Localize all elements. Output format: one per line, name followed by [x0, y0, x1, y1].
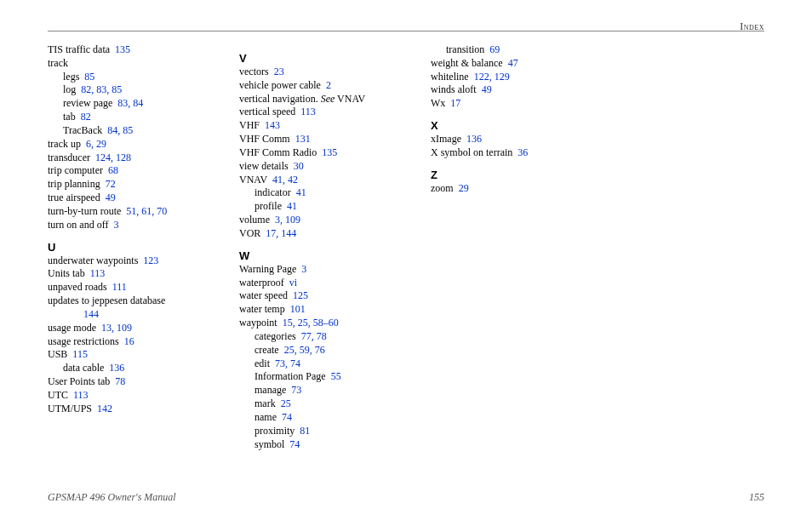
page-reference[interactable]: 74 — [282, 411, 292, 423]
page-reference[interactable]: 29 — [96, 138, 106, 150]
page-reference[interactable]: 55 — [331, 370, 341, 382]
page-reference[interactable]: 49 — [482, 83, 492, 95]
index-entry: proximity 81 — [239, 425, 426, 438]
index-entry: whiteline 122, 129 — [431, 71, 617, 84]
index-entry-text: Information Page — [254, 370, 326, 382]
index-entry-text: trip planning — [48, 178, 100, 190]
page-reference[interactable]: 29 — [459, 182, 469, 194]
page-reference[interactable]: 115 — [72, 348, 88, 360]
index-entry-text: zoom — [431, 182, 454, 194]
page-reference[interactable]: 142 — [97, 403, 112, 415]
see-target: VNAV — [337, 93, 365, 105]
page-reference[interactable]: 16 — [124, 335, 134, 347]
page-reference[interactable]: 41 — [272, 174, 283, 186]
page-reference[interactable]: 47 — [508, 57, 518, 69]
page-reference[interactable]: 74 — [290, 357, 300, 369]
page-reference[interactable]: 78 — [115, 375, 125, 387]
page-reference[interactable]: 144 — [281, 227, 296, 239]
index-entry-text: water temp — [239, 303, 285, 315]
page-reference[interactable]: 135 — [322, 146, 337, 158]
index-entry-text: turn-by-turn route — [48, 205, 121, 217]
page-reference[interactable]: 136 — [466, 133, 482, 145]
page-reference[interactable]: 85 — [84, 71, 94, 83]
index-entry-text: view details — [239, 160, 289, 172]
index-entry: underwater waypoints 123 — [48, 254, 234, 268]
index-entry: transition 69 — [431, 43, 617, 57]
page-reference[interactable]: 36 — [518, 146, 528, 158]
index-entry: water speed 125 — [239, 289, 426, 303]
page-reference[interactable]: 113 — [300, 106, 316, 117]
page-reference[interactable]: 125 — [293, 289, 308, 301]
page-reference[interactable]: 82 — [81, 83, 91, 95]
page-reference[interactable]: 85 — [112, 83, 122, 95]
page-reference[interactable]: 131 — [295, 133, 311, 145]
page-reference[interactable]: 84 — [133, 97, 143, 109]
page-reference[interactable]: 25 — [281, 397, 291, 409]
index-entry: trip computer 68 — [48, 164, 234, 178]
page-reference[interactable]: 25 — [284, 344, 294, 356]
page-reference[interactable]: 129 — [495, 71, 510, 83]
page-reference[interactable]: 83 — [96, 83, 106, 95]
page-reference[interactable]: 128 — [116, 152, 131, 163]
page-reference[interactable]: 144 — [83, 308, 99, 320]
page-reference[interactable]: 58–60 — [313, 317, 339, 329]
page-reference[interactable]: 17 — [266, 227, 276, 239]
page-reference[interactable]: 42 — [288, 174, 298, 186]
page-reference[interactable]: 85 — [123, 124, 133, 136]
index-entry: vertical speed 113 — [239, 106, 426, 119]
page-reference[interactable]: 74 — [289, 438, 300, 450]
page-reference[interactable]: 61 — [141, 205, 152, 217]
page-footer: GPSMAP 496 Owner's Manual 155 — [48, 491, 764, 504]
page-reference[interactable]: 83 — [117, 97, 128, 109]
page-reference[interactable]: 76 — [315, 344, 325, 356]
index-entry-text: usage mode — [48, 322, 96, 334]
page-reference[interactable]: 109 — [117, 322, 132, 334]
index-entry: manage 73 — [239, 384, 426, 397]
page-reference[interactable]: 72 — [106, 178, 116, 190]
page-reference[interactable]: 73 — [275, 357, 285, 369]
page-reference[interactable]: 2 — [326, 79, 331, 91]
page-reference[interactable]: 101 — [290, 303, 306, 315]
page-reference[interactable]: 3 — [113, 219, 118, 231]
index-entry-text: tab — [63, 111, 76, 123]
page-reference[interactable]: 25 — [298, 317, 308, 329]
index-entry-text: vertical speed — [239, 106, 295, 117]
page-reference[interactable]: 82 — [81, 111, 91, 123]
page-reference[interactable]: 70 — [157, 205, 167, 217]
page-reference[interactable]: 124 — [95, 152, 111, 163]
page-reference[interactable]: 49 — [106, 192, 116, 203]
page-reference[interactable]: 3 — [301, 263, 306, 275]
index-entry-text: waterproof — [239, 277, 284, 289]
index-entry-text: User Points tab — [48, 375, 110, 387]
page-reference[interactable]: 41 — [287, 200, 297, 212]
page-reference[interactable]: 59 — [300, 344, 310, 356]
page-reference[interactable]: 81 — [300, 425, 310, 437]
page-reference[interactable]: 13 — [101, 322, 112, 334]
page-reference[interactable]: 136 — [109, 362, 124, 374]
page-reference[interactable]: vi — [289, 277, 297, 289]
page-reference[interactable]: 23 — [274, 66, 284, 77]
page-reference[interactable]: 41 — [296, 186, 306, 198]
page-reference[interactable]: 69 — [489, 43, 500, 55]
page-reference[interactable]: 122 — [474, 71, 489, 83]
page-reference[interactable]: 51 — [126, 205, 136, 217]
page-reference[interactable]: 15 — [283, 317, 293, 329]
index-column: transition 69weight & balance 47whitelin… — [431, 43, 622, 196]
index-entry: symbol 74 — [239, 438, 426, 452]
page-reference[interactable]: 135 — [115, 43, 130, 55]
index-entry-text: VHF — [239, 119, 260, 131]
page-reference[interactable]: 73 — [291, 384, 301, 396]
page-reference[interactable]: 113 — [73, 389, 89, 401]
page-reference[interactable]: 84 — [107, 124, 117, 136]
page-reference[interactable]: 113 — [90, 267, 106, 279]
page-reference[interactable]: 30 — [294, 160, 304, 172]
page-reference[interactable]: 111 — [112, 281, 127, 293]
page-reference[interactable]: 77 — [301, 330, 312, 342]
page-reference[interactable]: 78 — [317, 330, 327, 342]
index-entry-text: weight & balance — [431, 57, 503, 69]
page-reference[interactable]: 123 — [143, 254, 158, 266]
page-reference[interactable]: 109 — [285, 214, 300, 226]
page-reference[interactable]: 68 — [108, 164, 118, 176]
page-reference[interactable]: 143 — [265, 119, 280, 131]
page-reference[interactable]: 17 — [450, 97, 460, 109]
